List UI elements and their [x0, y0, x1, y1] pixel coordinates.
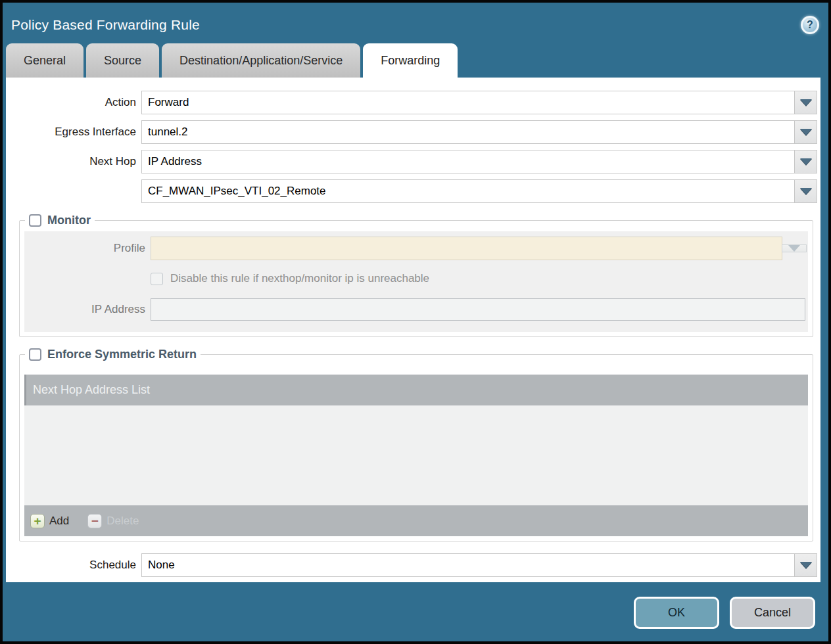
chevron-down-icon	[800, 188, 812, 195]
next-hop-address-dropdown-button[interactable]	[794, 179, 817, 203]
delete-button: − Delete	[87, 514, 139, 528]
monitor-fieldset: Monitor Profile Disable this rule if nex…	[19, 214, 813, 337]
profile-row: Profile	[24, 237, 807, 260]
schedule-row: Schedule None	[6, 553, 817, 577]
dialog-title: Policy Based Forwarding Rule	[11, 17, 200, 33]
disable-rule-label: Disable this rule if nexthop/monitor ip …	[170, 272, 429, 285]
chevron-down-icon	[800, 562, 812, 568]
next-hop-combo: IP Address	[141, 150, 817, 173]
chevron-down-icon	[800, 99, 812, 106]
disable-rule-checkbox	[151, 273, 163, 285]
monitor-panel: Profile Disable this rule if nexthop/mon…	[24, 231, 808, 332]
tab-content-forwarding: Action Forward Egress Interface tunnel.2…	[6, 78, 820, 582]
monitor-ip-label: IP Address	[24, 303, 151, 316]
egress-interface-combo: tunnel.2	[141, 120, 817, 144]
egress-interface-label: Egress Interface	[6, 126, 141, 139]
action-row: Action Forward	[6, 91, 817, 114]
profile-input	[151, 237, 782, 260]
profile-label: Profile	[24, 242, 151, 255]
next-hop-dropdown-button[interactable]	[794, 150, 817, 173]
next-hop-row: Next Hop IP Address	[6, 150, 817, 173]
schedule-label: Schedule	[6, 559, 141, 572]
dialog-titlebar: Policy Based Forwarding Rule ?	[3, 3, 828, 43]
action-input[interactable]: Forward	[141, 91, 795, 114]
monitor-legend-label: Monitor	[47, 214, 91, 227]
chevron-down-icon	[788, 245, 800, 252]
monitor-ip-input	[151, 298, 805, 321]
next-hop-address-list-toolbar: + Add − Delete	[24, 505, 808, 536]
enforce-symmetric-return-fieldset: Enforce Symmetric Return Next Hop Addres…	[19, 348, 813, 541]
action-label: Action	[6, 96, 141, 109]
tab-source[interactable]: Source	[86, 43, 159, 78]
disable-rule-row: Disable this rule if nexthop/monitor ip …	[151, 271, 807, 287]
delete-button-label: Delete	[107, 515, 139, 528]
action-dropdown-button[interactable]	[794, 91, 817, 114]
enforce-symmetric-return-legend: Enforce Symmetric Return	[25, 348, 201, 361]
tab-bar: General Source Destination/Application/S…	[3, 43, 828, 78]
plus-icon: +	[30, 514, 45, 528]
chevron-down-icon	[800, 129, 812, 135]
add-button[interactable]: + Add	[30, 514, 69, 528]
add-button-label: Add	[49, 515, 69, 528]
profile-dropdown-button	[782, 244, 807, 252]
enforce-symmetric-return-legend-label: Enforce Symmetric Return	[47, 348, 197, 361]
monitor-checkbox[interactable]	[29, 214, 41, 227]
next-hop-address-list-body[interactable]	[24, 405, 808, 505]
egress-interface-row: Egress Interface tunnel.2	[6, 120, 817, 144]
egress-interface-dropdown-button[interactable]	[794, 120, 817, 144]
tab-general[interactable]: General	[6, 43, 83, 78]
next-hop-type-input[interactable]: IP Address	[141, 150, 795, 173]
chevron-down-icon	[800, 158, 812, 165]
next-hop-label: Next Hop	[6, 155, 141, 168]
next-hop-address-list-header: Next Hop Address List	[24, 375, 808, 405]
help-icon[interactable]: ?	[801, 16, 819, 34]
dialog-footer: OK Cancel	[3, 582, 828, 643]
schedule-input[interactable]: None	[141, 553, 795, 577]
ok-button[interactable]: OK	[634, 597, 719, 629]
egress-interface-input[interactable]: tunnel.2	[141, 120, 795, 144]
next-hop-address-list-table: Next Hop Address List + Add − Delete	[24, 375, 808, 536]
tab-destination-application-service[interactable]: Destination/Application/Service	[162, 43, 360, 78]
cancel-button[interactable]: Cancel	[730, 597, 815, 629]
next-hop-address-row: CF_MWAN_IPsec_VTI_02_Remote	[6, 179, 817, 203]
next-hop-address-input[interactable]: CF_MWAN_IPsec_VTI_02_Remote	[141, 179, 795, 203]
enforce-symmetric-return-checkbox[interactable]	[29, 348, 41, 361]
next-hop-address-combo: CF_MWAN_IPsec_VTI_02_Remote	[141, 179, 817, 203]
monitor-ip-row: IP Address	[24, 298, 807, 321]
monitor-legend: Monitor	[25, 214, 95, 227]
tab-forwarding[interactable]: Forwarding	[363, 43, 458, 78]
minus-icon: −	[87, 514, 102, 528]
schedule-dropdown-button[interactable]	[794, 553, 817, 577]
action-combo: Forward	[141, 91, 817, 114]
schedule-combo: None	[141, 553, 817, 577]
pbf-rule-dialog: Policy Based Forwarding Rule ? General S…	[0, 0, 831, 644]
